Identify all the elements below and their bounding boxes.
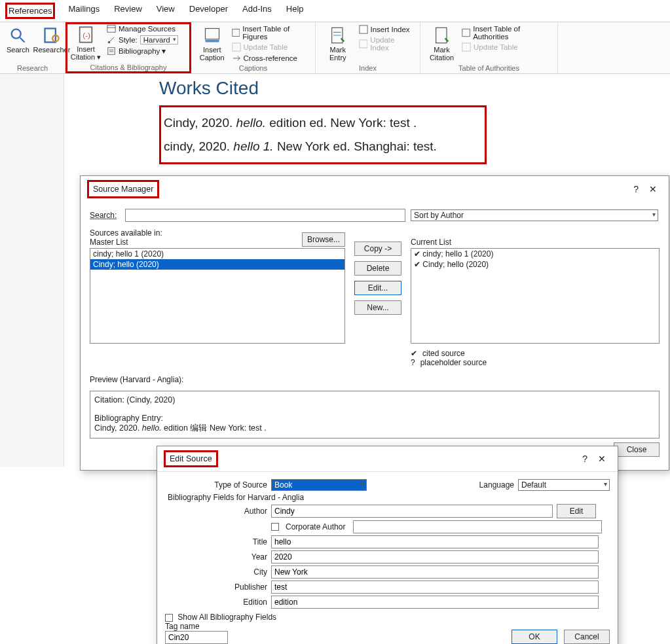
tab-developer[interactable]: Developer bbox=[188, 3, 229, 19]
svg-rect-15 bbox=[232, 43, 240, 51]
svg-rect-17 bbox=[359, 26, 367, 33]
insert-caption-label: Insert Caption bbox=[198, 46, 227, 62]
copy-button[interactable]: Copy -> bbox=[354, 241, 401, 256]
corporate-author-input[interactable] bbox=[353, 520, 602, 533]
title-input[interactable] bbox=[271, 535, 599, 548]
sources-available-label: Sources available in: bbox=[90, 228, 162, 238]
legend: ✔cited source ?placeholder source bbox=[411, 349, 660, 367]
tab-help[interactable]: Help bbox=[285, 3, 305, 19]
tab-references[interactable]: References bbox=[5, 3, 55, 19]
city-label: City bbox=[165, 567, 267, 577]
svg-rect-6 bbox=[107, 26, 115, 33]
insert-citation-button[interactable]: (-) Insert Citation ▾ bbox=[69, 24, 103, 62]
bibliography-label: Bibliography ▾ bbox=[119, 46, 166, 56]
cross-reference-button[interactable]: Cross-reference bbox=[232, 54, 310, 63]
help-icon[interactable]: ? bbox=[577, 452, 593, 465]
search-button[interactable]: Search bbox=[5, 25, 31, 55]
current-list[interactable]: ✔ cindy; hello 1 (2020) ✔ Cindy; hello (… bbox=[411, 248, 660, 344]
bibliography-button[interactable]: Bibliography ▾ bbox=[107, 46, 178, 56]
sort-dropdown[interactable]: Sort by Author bbox=[411, 209, 658, 221]
new-button[interactable]: New... bbox=[354, 300, 401, 315]
author-input[interactable] bbox=[271, 505, 553, 518]
bibliography-icon bbox=[107, 46, 116, 56]
mark-entry-icon bbox=[329, 26, 347, 45]
manage-sources-button[interactable]: Manage Sources bbox=[107, 24, 178, 33]
group-citations: (-) Insert Citation ▾ Manage Sources Sty… bbox=[65, 22, 191, 73]
current-list-label: Current List bbox=[411, 238, 660, 247]
update-toa-button[interactable]: Update Table bbox=[462, 43, 552, 52]
style-value[interactable]: Harvard bbox=[140, 35, 178, 45]
mark-entry-button[interactable]: Mark Entry bbox=[321, 25, 355, 63]
tab-review[interactable]: Review bbox=[113, 3, 143, 19]
insert-citation-label: Insert Citation ▾ bbox=[70, 45, 102, 61]
insert-toa-button[interactable]: Insert Table of Authorities bbox=[462, 25, 552, 41]
style-selector[interactable]: Style: Harvard bbox=[107, 35, 178, 45]
svg-rect-13 bbox=[205, 40, 219, 43]
publisher-input[interactable] bbox=[271, 581, 599, 594]
group-index: Mark Entry Insert Index Update Index Ind… bbox=[316, 22, 420, 73]
ribbon-tabs: References Mailings Review View Develope… bbox=[0, 0, 670, 22]
master-list[interactable]: cindy; hello 1 (2020) Cindy; hello (2020… bbox=[90, 248, 345, 344]
svg-rect-18 bbox=[359, 40, 367, 48]
help-icon[interactable]: ? bbox=[628, 183, 644, 196]
corporate-author-checkbox[interactable] bbox=[271, 523, 279, 531]
city-input[interactable] bbox=[271, 565, 599, 579]
mark-citation-icon bbox=[433, 26, 451, 45]
entry-1: Cindy, 2020. hello. edition ed. New York… bbox=[164, 111, 472, 135]
browse-button[interactable]: Browse... bbox=[302, 232, 345, 247]
language-label: Language bbox=[479, 480, 514, 490]
citation-icon: (-) bbox=[77, 26, 95, 44]
preview-box: Citation: (Cindy, 2020) Bibliography Ent… bbox=[90, 391, 660, 438]
crossref-icon bbox=[232, 54, 241, 63]
preview-bib-entry: Cindy, 2020. hello. edition 编辑 New York:… bbox=[94, 423, 655, 434]
show-all-checkbox[interactable] bbox=[165, 614, 173, 622]
toa-icon bbox=[462, 28, 470, 37]
list-item[interactable]: ✔ cindy; hello 1 (2020) bbox=[411, 249, 659, 259]
close-icon[interactable]: ✕ bbox=[644, 183, 662, 196]
author-label: Author bbox=[165, 507, 267, 516]
insert-index-button[interactable]: Insert Index bbox=[359, 25, 415, 34]
update-index-button[interactable]: Update Index bbox=[359, 36, 415, 52]
preview-label: Preview (Harvard - Anglia): bbox=[90, 375, 660, 384]
search-icon bbox=[9, 26, 27, 45]
svg-rect-14 bbox=[232, 29, 239, 36]
type-of-source-label: Type of Source bbox=[165, 480, 267, 490]
fields-group-label: Bibliography Fields for Harvard - Anglia bbox=[168, 493, 610, 502]
insert-caption-button[interactable]: Insert Caption bbox=[196, 25, 228, 63]
mark-citation-button[interactable]: Mark Citation bbox=[426, 25, 458, 63]
book-search-icon bbox=[43, 26, 61, 45]
close-icon[interactable]: ✕ bbox=[593, 452, 611, 465]
manage-sources-label: Manage Sources bbox=[119, 25, 176, 33]
tab-mailings[interactable]: Mailings bbox=[67, 3, 101, 19]
language-dropdown[interactable]: Default bbox=[518, 479, 610, 491]
ribbon: Search Researcher Research (-) Insert Ci… bbox=[0, 22, 670, 74]
list-item[interactable]: cindy; hello 1 (2020) bbox=[90, 249, 344, 259]
cancel-button[interactable]: Cancel bbox=[564, 630, 610, 644]
year-input[interactable] bbox=[271, 550, 599, 564]
researcher-button[interactable]: Researcher bbox=[35, 25, 69, 55]
update-table-button[interactable]: Update Table bbox=[232, 43, 310, 52]
search-input[interactable] bbox=[125, 209, 405, 222]
edition-input[interactable] bbox=[271, 596, 599, 609]
list-item[interactable]: Cindy; hello (2020) bbox=[90, 259, 344, 270]
preview-citation: Citation: (Cindy, 2020) bbox=[94, 395, 655, 404]
edit-author-button[interactable]: Edit bbox=[557, 504, 596, 518]
ok-button[interactable]: OK bbox=[512, 630, 557, 644]
tab-view[interactable]: View bbox=[155, 3, 176, 19]
edit-button[interactable]: Edit... bbox=[354, 281, 401, 295]
close-button[interactable]: Close bbox=[614, 442, 660, 457]
manage-sources-icon bbox=[107, 24, 116, 33]
search-label: Search bbox=[7, 46, 29, 54]
svg-rect-12 bbox=[205, 29, 219, 39]
group-research: Search Researcher Research bbox=[0, 22, 65, 73]
delete-button[interactable]: Delete bbox=[354, 261, 401, 276]
insert-tof-button[interactable]: Insert Table of Figures bbox=[232, 25, 310, 41]
type-of-source-dropdown[interactable]: Book bbox=[271, 479, 367, 491]
list-item[interactable]: ✔ Cindy; hello (2020) bbox=[411, 259, 659, 270]
update-toa-icon bbox=[462, 43, 471, 52]
svg-rect-19 bbox=[436, 27, 446, 43]
tab-addins[interactable]: Add-Ins bbox=[241, 3, 273, 19]
svg-rect-20 bbox=[462, 29, 470, 36]
style-icon bbox=[107, 35, 116, 45]
tag-name-input[interactable] bbox=[165, 631, 228, 644]
